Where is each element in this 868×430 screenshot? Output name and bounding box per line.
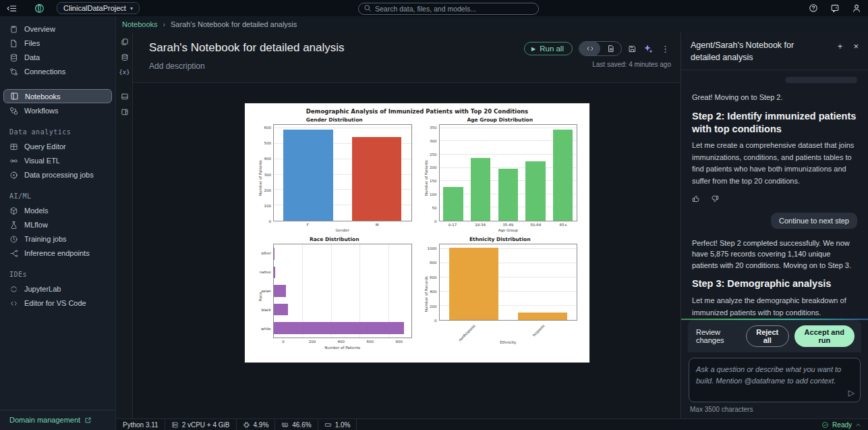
plot-area — [273, 124, 412, 221]
sidebar-item-inference-endpoints[interactable]: Inference endpoints — [0, 246, 115, 260]
plot-area — [439, 244, 578, 321]
sidebar-item-training-jobs[interactable]: Training jobs — [0, 232, 115, 246]
x-tick-label: 50-64 — [522, 223, 550, 227]
close-icon[interactable]: × — [853, 42, 859, 63]
y-tick-label: asian — [263, 281, 273, 300]
breadcrumb-notebooks-link[interactable]: Notebooks — [122, 20, 158, 28]
code-icon — [9, 299, 19, 308]
notebook-title[interactable]: Sarah's Notebook for detailed analysis — [149, 41, 345, 55]
y-tick-label: 400 — [264, 157, 272, 161]
x-tick-label: 800 — [395, 340, 403, 344]
accept-and-run-button[interactable]: Accept and run — [794, 325, 855, 347]
sidebar-item-label: Inference endpoints — [24, 249, 90, 257]
y-axis-label: Race — [257, 244, 263, 350]
x-axis-label: Age Group — [439, 228, 578, 232]
cpu-usage[interactable]: 4.9% — [237, 419, 276, 430]
sidebar-item-jupyterlab[interactable]: JupyterLab — [0, 282, 115, 296]
sidebar-item-data-processing-jobs[interactable]: Data processing jobs — [0, 168, 115, 182]
user-profile-icon[interactable] — [852, 3, 861, 13]
sidebar-item-mlflow[interactable]: MLflow — [0, 218, 115, 232]
cube-icon — [9, 207, 19, 215]
sidebar-item-label: Data processing jobs — [24, 171, 94, 179]
variables-icon[interactable]: {x} — [119, 69, 129, 76]
sidebar-item-data[interactable]: Data — [0, 51, 115, 64]
kernel-python-version[interactable]: Python 3.11 — [117, 419, 165, 430]
clock-icon — [9, 235, 19, 244]
memory-usage-label: 46.6% — [292, 421, 311, 429]
memory-icon — [281, 421, 289, 429]
sidebar-item-connections[interactable]: Connections — [0, 65, 115, 78]
view-mode-toggle — [579, 41, 622, 56]
menu-collapse-icon[interactable] — [7, 3, 17, 14]
bar — [274, 267, 275, 279]
search-input[interactable] — [358, 3, 539, 15]
breadcrumb-separator: › — [163, 21, 165, 28]
sidebar-item-query-editor[interactable]: Query Editor — [0, 140, 115, 153]
save-icon[interactable] — [628, 45, 637, 53]
plot-area — [439, 124, 578, 221]
bar-slot — [440, 244, 509, 320]
data-sources-icon[interactable] — [121, 53, 129, 61]
reject-all-button[interactable]: Reject all — [746, 325, 789, 347]
send-icon[interactable]: ▷ — [848, 388, 855, 398]
sidebar-item-label: Workflows — [24, 107, 59, 115]
table-icon — [9, 142, 19, 151]
feedback-icon[interactable] — [830, 3, 840, 13]
sidebar-item-files[interactable]: Files — [0, 36, 115, 50]
notebook-side-toolbar: {x} — [117, 32, 133, 419]
x-tick-label: 200 — [309, 340, 316, 344]
sidebar-item-editor-vscode[interactable]: Editor for VS Code — [0, 296, 115, 310]
thumbs-up-icon[interactable] — [692, 194, 701, 203]
run-all-button[interactable]: ▶ Run all — [524, 42, 573, 55]
y-tick-label: 250 — [430, 153, 437, 157]
bar — [283, 130, 332, 221]
info-panel-icon[interactable] — [121, 108, 129, 116]
sidebar-item-notebooks[interactable]: Notebooks — [3, 89, 112, 103]
status-bar: Python 3.11 2 vCPU + 4 GiB 4.9% 46.6% 1.… — [117, 419, 868, 430]
notebook-canvas[interactable]: Demographic Analysis of Immunized Patien… — [133, 83, 681, 419]
project-selector[interactable]: ClinicalDataProject ▾ — [57, 2, 140, 14]
y-tick-label: 800 — [430, 261, 437, 265]
kernel-status[interactable]: Ready — [815, 421, 868, 429]
panel-layout-icon[interactable] — [121, 92, 129, 101]
kebab-menu-icon[interactable]: ⋮ — [660, 44, 671, 54]
topbar-left-group: ClinicalDataProject ▾ — [7, 2, 140, 14]
memory-usage[interactable]: 46.6% — [275, 419, 318, 430]
sidebar-section-ides: IDEs — [0, 271, 115, 278]
sidebar-item-overview[interactable]: Overview — [0, 22, 115, 36]
prompt-input[interactable] — [689, 358, 860, 402]
y-tick-label: 150 — [430, 179, 437, 183]
agent-panel-title: Agent/Sarah's Notebook for detailed anal… — [691, 39, 826, 63]
help-icon[interactable] — [809, 3, 818, 13]
y-tick-label: 100 — [430, 192, 437, 196]
document-view-button[interactable] — [600, 41, 621, 56]
new-chat-icon[interactable]: + — [838, 42, 843, 63]
y-tick-label: black — [263, 300, 273, 319]
ai-sparkle-icon[interactable] — [643, 43, 654, 54]
y-axis-label: Number of Patients — [423, 124, 429, 232]
sidebar-item-visual-etl[interactable]: Visual ETL — [0, 154, 115, 167]
chevron-down-icon: ▾ — [130, 5, 133, 11]
bar — [498, 169, 518, 221]
x-tick-label: nonhispanic — [457, 323, 476, 342]
matplotlib-figure: Demographic Analysis of Immunized Patien… — [245, 103, 589, 362]
continue-next-step-button[interactable]: Continue to next step — [771, 213, 857, 229]
prompt-input-container: ▷ — [689, 358, 861, 402]
domain-management-link[interactable]: Domain management — [0, 410, 115, 430]
compute-instance[interactable]: 2 vCPU + 4 GiB — [165, 419, 237, 430]
code-view-button[interactable] — [579, 41, 600, 56]
copy-cell-icon[interactable] — [121, 38, 129, 46]
external-link-icon — [84, 416, 92, 424]
bar-row — [274, 300, 411, 319]
disk-usage[interactable]: 1.0% — [318, 419, 357, 430]
chat-history[interactable]: Great! Moving on to Step 2. Step 2: Iden… — [681, 70, 868, 319]
sidebar-item-models[interactable]: Models — [0, 204, 115, 217]
notebook-description-placeholder[interactable]: Add description — [149, 61, 345, 71]
bar-slot — [274, 125, 343, 221]
agent-message: Great! Moving on to Step 2. — [692, 92, 857, 103]
thumbs-down-icon[interactable] — [710, 194, 719, 203]
sidebar-item-workflows[interactable]: Workflows — [0, 104, 115, 117]
app-logo-icon[interactable] — [34, 3, 45, 14]
step3-heading: Step 3: Demographic analysis — [692, 277, 857, 290]
bars — [274, 125, 411, 221]
